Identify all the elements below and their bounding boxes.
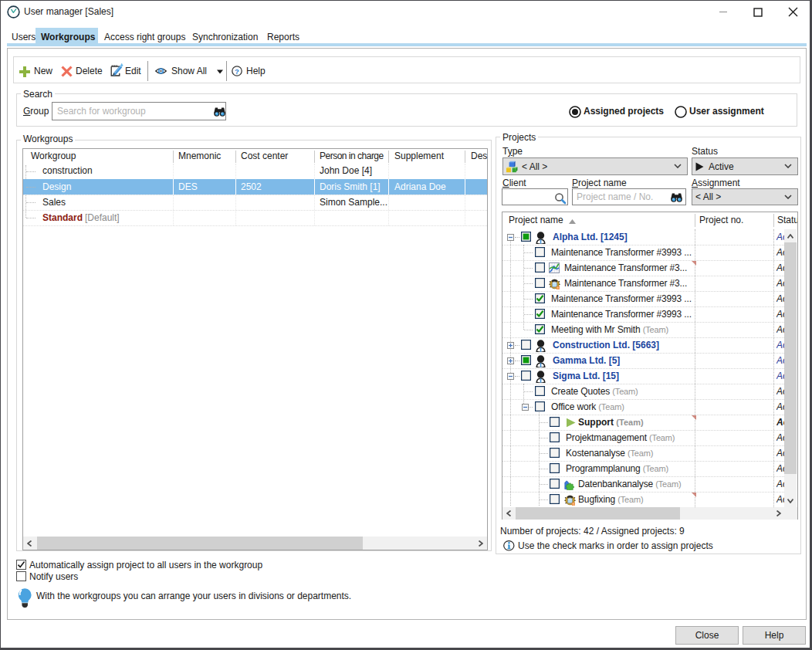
svg-text:?: ? bbox=[235, 67, 239, 76]
